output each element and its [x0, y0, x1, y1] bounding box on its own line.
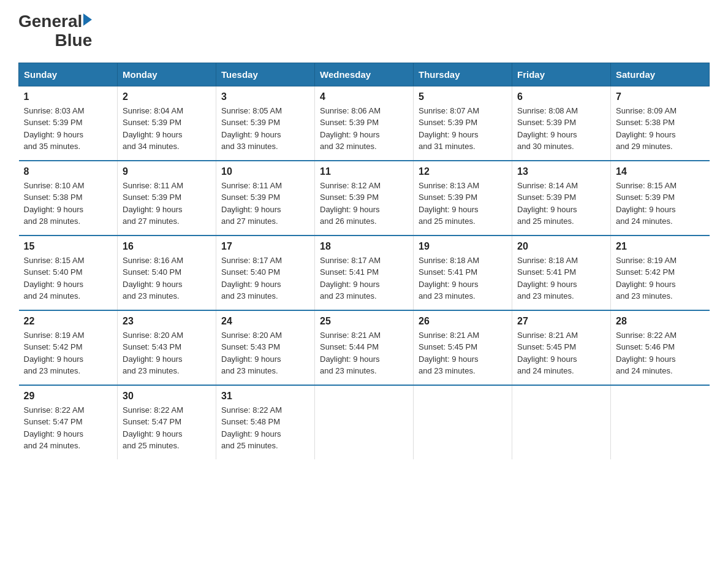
day-number: 6: [517, 91, 605, 102]
calendar-day-cell: [315, 385, 414, 459]
header-friday: Friday: [512, 63, 611, 86]
day-info: Sunrise: 8:04 AM Sunset: 5:39 PM Dayligh…: [123, 105, 211, 153]
day-info: Sunrise: 8:21 AM Sunset: 5:45 PM Dayligh…: [517, 329, 605, 377]
day-info: Sunrise: 8:03 AM Sunset: 5:39 PM Dayligh…: [24, 105, 113, 153]
day-number: 28: [616, 316, 705, 327]
day-number: 22: [24, 316, 113, 327]
calendar-day-cell: 23Sunrise: 8:20 AM Sunset: 5:43 PM Dayli…: [118, 310, 216, 385]
day-info: Sunrise: 8:15 AM Sunset: 5:39 PM Dayligh…: [616, 180, 705, 228]
calendar-day-cell: 2Sunrise: 8:04 AM Sunset: 5:39 PM Daylig…: [118, 86, 216, 161]
calendar-day-cell: 31Sunrise: 8:22 AM Sunset: 5:48 PM Dayli…: [216, 385, 315, 459]
day-number: 23: [123, 316, 211, 327]
day-number: 25: [320, 316, 408, 327]
day-info: Sunrise: 8:22 AM Sunset: 5:47 PM Dayligh…: [123, 404, 211, 452]
calendar-day-cell: 7Sunrise: 8:09 AM Sunset: 5:38 PM Daylig…: [611, 86, 710, 161]
page-header: General Blue: [18, 12, 710, 50]
day-number: 26: [419, 316, 507, 327]
calendar-day-cell: [512, 385, 611, 459]
day-number: 21: [616, 241, 705, 252]
calendar-day-cell: 1Sunrise: 8:03 AM Sunset: 5:39 PM Daylig…: [19, 86, 118, 161]
calendar-table: SundayMondayTuesdayWednesdayThursdayFrid…: [18, 63, 710, 459]
calendar-day-cell: 17Sunrise: 8:17 AM Sunset: 5:40 PM Dayli…: [216, 236, 315, 310]
calendar-day-cell: 28Sunrise: 8:22 AM Sunset: 5:46 PM Dayli…: [611, 310, 710, 385]
calendar-week-row: 22Sunrise: 8:19 AM Sunset: 5:42 PM Dayli…: [19, 310, 710, 385]
calendar-day-cell: 29Sunrise: 8:22 AM Sunset: 5:47 PM Dayli…: [19, 385, 118, 459]
day-info: Sunrise: 8:15 AM Sunset: 5:40 PM Dayligh…: [24, 255, 113, 302]
day-number: 17: [221, 241, 309, 252]
header-wednesday: Wednesday: [315, 63, 414, 86]
calendar-day-cell: 22Sunrise: 8:19 AM Sunset: 5:42 PM Dayli…: [19, 310, 118, 385]
day-info: Sunrise: 8:09 AM Sunset: 5:38 PM Dayligh…: [616, 105, 705, 153]
calendar-day-cell: 21Sunrise: 8:19 AM Sunset: 5:42 PM Dayli…: [611, 236, 710, 310]
day-number: 30: [123, 391, 211, 402]
calendar-week-row: 29Sunrise: 8:22 AM Sunset: 5:47 PM Dayli…: [19, 385, 710, 459]
day-info: Sunrise: 8:11 AM Sunset: 5:39 PM Dayligh…: [221, 180, 309, 228]
day-number: 2: [123, 91, 211, 102]
day-info: Sunrise: 8:22 AM Sunset: 5:48 PM Dayligh…: [221, 404, 309, 452]
day-number: 11: [320, 166, 408, 177]
calendar-day-cell: 3Sunrise: 8:05 AM Sunset: 5:39 PM Daylig…: [216, 86, 315, 161]
day-info: Sunrise: 8:19 AM Sunset: 5:42 PM Dayligh…: [616, 255, 705, 302]
day-number: 4: [320, 91, 408, 102]
header-monday: Monday: [118, 63, 216, 86]
day-number: 31: [221, 391, 309, 402]
calendar-header-row: SundayMondayTuesdayWednesdayThursdayFrid…: [19, 63, 710, 86]
day-number: 7: [616, 91, 705, 102]
calendar-day-cell: 20Sunrise: 8:18 AM Sunset: 5:41 PM Dayli…: [512, 236, 611, 310]
day-number: 18: [320, 241, 408, 252]
day-info: Sunrise: 8:14 AM Sunset: 5:39 PM Dayligh…: [517, 180, 605, 228]
day-number: 20: [517, 241, 605, 252]
day-number: 3: [221, 91, 309, 102]
header-sunday: Sunday: [19, 63, 118, 86]
day-number: 14: [616, 166, 705, 177]
day-info: Sunrise: 8:07 AM Sunset: 5:39 PM Dayligh…: [419, 105, 507, 153]
calendar-week-row: 1Sunrise: 8:03 AM Sunset: 5:39 PM Daylig…: [19, 86, 710, 161]
day-info: Sunrise: 8:06 AM Sunset: 5:39 PM Dayligh…: [320, 105, 408, 153]
day-number: 24: [221, 316, 309, 327]
day-number: 19: [419, 241, 507, 252]
calendar-week-row: 8Sunrise: 8:10 AM Sunset: 5:38 PM Daylig…: [19, 161, 710, 236]
day-number: 9: [123, 166, 211, 177]
day-number: 5: [419, 91, 507, 102]
day-info: Sunrise: 8:20 AM Sunset: 5:43 PM Dayligh…: [123, 329, 211, 377]
calendar-day-cell: 9Sunrise: 8:11 AM Sunset: 5:39 PM Daylig…: [118, 161, 216, 236]
day-info: Sunrise: 8:21 AM Sunset: 5:45 PM Dayligh…: [419, 329, 507, 377]
day-number: 8: [24, 166, 113, 177]
day-info: Sunrise: 8:22 AM Sunset: 5:46 PM Dayligh…: [616, 329, 705, 377]
day-info: Sunrise: 8:16 AM Sunset: 5:40 PM Dayligh…: [123, 255, 211, 302]
calendar-day-cell: 16Sunrise: 8:16 AM Sunset: 5:40 PM Dayli…: [118, 236, 216, 310]
day-info: Sunrise: 8:11 AM Sunset: 5:39 PM Dayligh…: [123, 180, 211, 228]
day-info: Sunrise: 8:08 AM Sunset: 5:39 PM Dayligh…: [517, 105, 605, 153]
day-info: Sunrise: 8:05 AM Sunset: 5:39 PM Dayligh…: [221, 105, 309, 153]
header-saturday: Saturday: [611, 63, 710, 86]
header-thursday: Thursday: [414, 63, 512, 86]
calendar-day-cell: [611, 385, 710, 459]
calendar-day-cell: 24Sunrise: 8:20 AM Sunset: 5:43 PM Dayli…: [216, 310, 315, 385]
day-info: Sunrise: 8:20 AM Sunset: 5:43 PM Dayligh…: [221, 329, 309, 377]
logo-blue: Blue: [55, 31, 93, 50]
day-number: 10: [221, 166, 309, 177]
day-info: Sunrise: 8:17 AM Sunset: 5:41 PM Dayligh…: [320, 255, 408, 302]
day-number: 1: [24, 91, 113, 102]
calendar-day-cell: 6Sunrise: 8:08 AM Sunset: 5:39 PM Daylig…: [512, 86, 611, 161]
logo-general: General: [18, 12, 82, 31]
logo-arrow-icon: [83, 13, 92, 26]
calendar-day-cell: 10Sunrise: 8:11 AM Sunset: 5:39 PM Dayli…: [216, 161, 315, 236]
logo: General Blue: [18, 12, 92, 50]
day-info: Sunrise: 8:12 AM Sunset: 5:39 PM Dayligh…: [320, 180, 408, 228]
calendar-day-cell: 13Sunrise: 8:14 AM Sunset: 5:39 PM Dayli…: [512, 161, 611, 236]
calendar-day-cell: 27Sunrise: 8:21 AM Sunset: 5:45 PM Dayli…: [512, 310, 611, 385]
calendar-day-cell: 15Sunrise: 8:15 AM Sunset: 5:40 PM Dayli…: [19, 236, 118, 310]
calendar-day-cell: 8Sunrise: 8:10 AM Sunset: 5:38 PM Daylig…: [19, 161, 118, 236]
header-tuesday: Tuesday: [216, 63, 315, 86]
day-number: 13: [517, 166, 605, 177]
day-info: Sunrise: 8:22 AM Sunset: 5:47 PM Dayligh…: [24, 404, 113, 452]
calendar-day-cell: 18Sunrise: 8:17 AM Sunset: 5:41 PM Dayli…: [315, 236, 414, 310]
day-number: 16: [123, 241, 211, 252]
day-info: Sunrise: 8:19 AM Sunset: 5:42 PM Dayligh…: [24, 329, 113, 377]
calendar-day-cell: 19Sunrise: 8:18 AM Sunset: 5:41 PM Dayli…: [414, 236, 512, 310]
day-info: Sunrise: 8:21 AM Sunset: 5:44 PM Dayligh…: [320, 329, 408, 377]
day-info: Sunrise: 8:18 AM Sunset: 5:41 PM Dayligh…: [419, 255, 507, 302]
day-info: Sunrise: 8:10 AM Sunset: 5:38 PM Dayligh…: [24, 180, 113, 228]
day-info: Sunrise: 8:18 AM Sunset: 5:41 PM Dayligh…: [517, 255, 605, 302]
